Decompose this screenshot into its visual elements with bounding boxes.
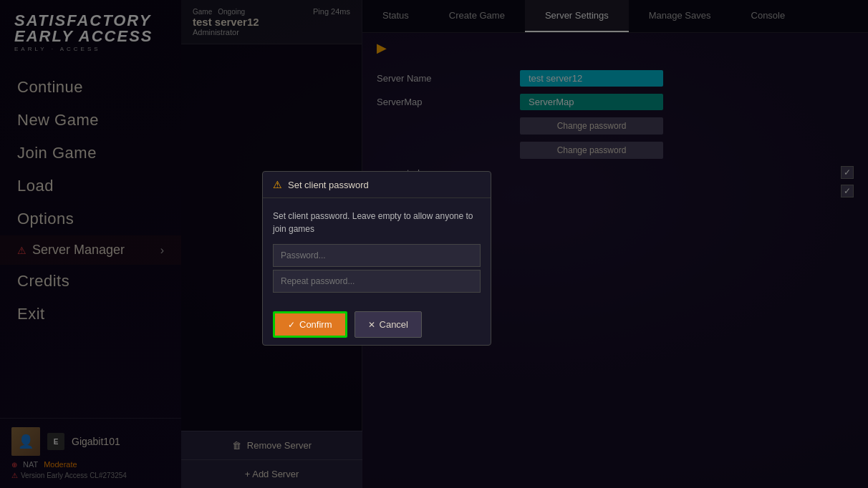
cancel-button[interactable]: ✕ Cancel bbox=[355, 311, 422, 338]
modal-title: Set client password bbox=[288, 180, 369, 190]
x-icon: ✕ bbox=[368, 320, 375, 330]
modal-title-bar: ⚠ Set client password bbox=[263, 172, 491, 198]
confirm-label: Confirm bbox=[299, 319, 332, 330]
cancel-label: Cancel bbox=[380, 319, 408, 330]
modal-overlay: ⚠ Set client password Set client passwor… bbox=[0, 0, 868, 488]
modal-warning-icon: ⚠ bbox=[273, 179, 282, 190]
modal-description: Set client password. Leave empty to allo… bbox=[273, 210, 481, 235]
checkmark-icon: ✓ bbox=[288, 320, 295, 330]
password-input[interactable] bbox=[273, 244, 481, 267]
modal-body: Set client password. Leave empty to allo… bbox=[263, 198, 491, 304]
repeat-password-input[interactable] bbox=[273, 270, 481, 293]
set-client-password-modal: ⚠ Set client password Set client passwor… bbox=[262, 171, 491, 346]
modal-footer: ✓ Confirm ✕ Cancel bbox=[263, 304, 491, 345]
confirm-button[interactable]: ✓ Confirm bbox=[273, 311, 347, 338]
